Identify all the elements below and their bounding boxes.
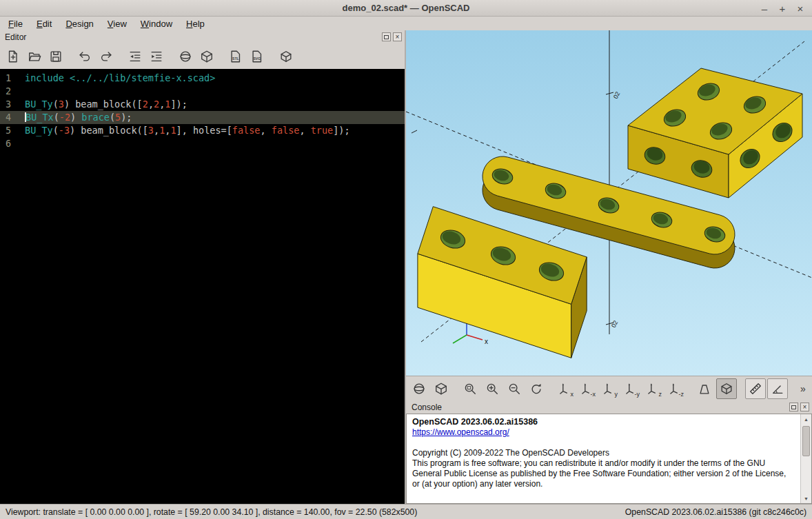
indent-icon — [150, 50, 163, 63]
line-number-gutter: 123456 — [0, 72, 21, 504]
export-3d-button[interactable] — [276, 47, 296, 66]
export-stl-icon: STL — [229, 50, 243, 63]
code-line-6[interactable] — [21, 137, 405, 150]
code-token: , — [261, 125, 272, 136]
code-token: include <../../lib/stemfie-x.scad> — [25, 72, 215, 83]
code-token: beam_block — [75, 99, 131, 110]
svg-text:STL: STL — [232, 57, 239, 61]
code-token: 3 — [59, 99, 64, 110]
reset-view-icon — [529, 382, 543, 396]
console-panel: Console × OpenSCAD 2023.06.02.ai15386htt… — [406, 400, 812, 504]
code-token: , — [299, 125, 310, 136]
zoom-in-button[interactable] — [482, 378, 503, 399]
code-token: 3 — [148, 125, 154, 136]
window-title: demo_02.scad* — OpenSCAD — [343, 3, 470, 13]
save-file-button[interactable] — [46, 47, 65, 66]
open-file-button[interactable] — [25, 47, 44, 66]
maximize-button[interactable]: + — [773, 3, 791, 14]
editor-close-button[interactable]: × — [393, 32, 402, 41]
view-perspective-button[interactable] — [694, 378, 715, 399]
zoom-in-icon — [485, 382, 499, 396]
unindent-button[interactable] — [125, 47, 145, 66]
code-line-2[interactable] — [21, 85, 405, 98]
menu-design[interactable]: Design — [59, 18, 100, 30]
view-plus-z-button[interactable]: z — [643, 378, 664, 399]
editor-undock-button[interactable] — [382, 32, 391, 41]
menu-help[interactable]: Help — [179, 18, 212, 30]
export-stl-button[interactable]: STL — [226, 47, 245, 66]
code-token: BU_Ty — [25, 125, 53, 136]
3d-viewport[interactable]: 02 02 x — [406, 30, 812, 376]
axis-button-label: z — [659, 391, 662, 398]
export-svg-icon: SVG — [250, 50, 264, 63]
scroll-up-icon[interactable]: ▲ — [801, 414, 811, 424]
console-line: Copyright (C) 2009-2022 The OpenSCAD Dev… — [412, 448, 795, 458]
render-icon — [200, 50, 214, 63]
line-number-6: 6 — [0, 137, 21, 150]
zoom-out-button[interactable] — [504, 378, 525, 399]
code-editor[interactable]: 123456 include <../../lib/stemfie-x.scad… — [0, 69, 405, 504]
version-status: OpenSCAD 2023.06.02.ai15386 (git c8c246c… — [625, 507, 806, 517]
menu-bar: FileEditDesignViewWindowHelp — [0, 17, 812, 30]
scrollbar-thumb[interactable] — [802, 426, 810, 456]
measure-angle-button[interactable] — [767, 378, 788, 399]
view-perspective-icon — [698, 382, 711, 396]
console-line — [412, 438, 795, 448]
redo-button[interactable] — [97, 47, 116, 66]
code-line-3[interactable]: BU_Ty(3) beam_block([2,2,1]); — [21, 98, 405, 111]
code-token: 2 — [143, 99, 148, 110]
undo-button[interactable] — [75, 47, 94, 66]
code-token: ) — [64, 99, 75, 110]
window-controls: –+× — [755, 0, 809, 17]
minimize-button[interactable]: – — [755, 3, 773, 14]
view-plus-x-button[interactable]: x — [555, 378, 576, 399]
view-orthogonal-button[interactable] — [716, 378, 737, 399]
console-line: OpenSCAD 2023.06.02.ai15386 — [412, 417, 795, 427]
view-minus-z-button[interactable]: -z — [665, 378, 686, 399]
view-all-button[interactable] — [460, 378, 480, 399]
menu-edit[interactable]: Edit — [30, 18, 59, 30]
scrollbar-track[interactable] — [801, 424, 811, 493]
indent-button[interactable] — [147, 47, 166, 66]
reset-view-button[interactable] — [526, 378, 547, 399]
line-number-4: 4 — [0, 111, 21, 124]
code-line-1[interactable]: include <../../lib/stemfie-x.scad> — [21, 72, 405, 85]
code-token: ]); — [170, 99, 187, 110]
scroll-down-icon[interactable]: ▼ — [801, 493, 811, 503]
console-link[interactable]: https://www.openscad.org/ — [412, 427, 795, 438]
new-file-button[interactable] — [3, 47, 23, 66]
render-preview-button[interactable] — [409, 378, 429, 399]
console-scrollbar[interactable]: ▲ ▼ — [800, 414, 811, 503]
menu-view[interactable]: View — [101, 18, 134, 30]
axis-button-label: -z — [679, 391, 684, 398]
view-minus-x-button[interactable]: -x — [577, 378, 598, 399]
console-undock-button[interactable] — [789, 403, 798, 411]
close-button[interactable]: × — [791, 3, 809, 14]
console-header[interactable]: Console × — [406, 400, 812, 414]
axis-button-label: -y — [635, 391, 640, 398]
title-bar[interactable]: demo_02.scad* — OpenSCAD –+× — [0, 0, 812, 17]
console-close-button[interactable]: × — [800, 403, 809, 411]
export-svg-button[interactable]: SVG — [247, 47, 267, 66]
undock-icon — [384, 35, 389, 39]
toolbar-overflow-button[interactable]: » — [797, 378, 809, 399]
view-plus-y-button[interactable]: y — [599, 378, 620, 399]
code-token: , — [148, 99, 154, 110]
measure-distance-button[interactable] — [745, 378, 766, 399]
code-line-4[interactable]: BU_Tx(-2) brace(5); — [21, 111, 405, 124]
undock-icon — [791, 405, 796, 409]
view-minus-y-button[interactable]: -y — [621, 378, 642, 399]
code-token: -3 — [59, 125, 70, 136]
code-lines: include <../../lib/stemfie-x.scad>BU_Ty(… — [21, 72, 405, 504]
render-button[interactable] — [197, 47, 216, 66]
viewport-panel: 02 02 x — [406, 30, 812, 504]
menu-window[interactable]: Window — [134, 18, 179, 30]
editor-panel-header[interactable]: Editor × — [0, 30, 405, 43]
render-preview-button[interactable] — [176, 47, 195, 66]
menu-file[interactable]: File — [1, 18, 30, 30]
render-button[interactable] — [431, 378, 451, 399]
render-icon — [434, 382, 448, 396]
measure-distance-icon — [749, 382, 762, 396]
view-orthogonal-icon — [720, 382, 733, 396]
code-line-5[interactable]: BU_Ty(-3) beam_block([3,1,1], holes=[fal… — [21, 124, 405, 137]
